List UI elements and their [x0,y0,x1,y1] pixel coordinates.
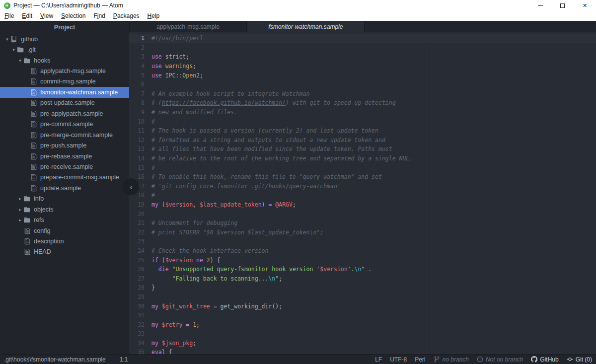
code-line-18[interactable]: 18# [129,191,596,200]
code-line-2[interactable]: 2 [129,43,596,53]
tree-item-fsmonitor-watchman-sample[interactable]: fsmonitor-watchman.sample [0,87,129,97]
code-line-25[interactable]: 25if ($version ne 2) { [129,255,596,265]
tab-fsmonitor-watchman-sample[interactable]: fsmonitor-watchman.sample [247,21,365,32]
code-line-4[interactable]: 4use warnings; [129,62,596,71]
tree-item-commit-msg-sample[interactable]: commit-msg.sample [0,76,129,87]
chevron-right-icon[interactable]: ▸ [17,207,23,212]
status-cursor-position[interactable]: 1:1 [120,356,128,363]
status-not-on-branch[interactable]: Not on branch [477,356,523,363]
status-file-path[interactable]: .git\hooks\fsmonitor-watchman.sample [4,356,106,363]
tree-item-github[interactable]: ▾github [0,34,129,44]
menu-packages[interactable]: Packages [109,11,144,21]
code-line-17[interactable]: 17# 'git config core.fsmonitor .git/hook… [129,182,596,191]
code-line-28[interactable]: 28} [129,283,596,292]
menu-view[interactable]: View [36,11,57,21]
editor-column: ‹ applypatch-msg.samplefsmonitor-watchma… [129,21,596,354]
code-line-5[interactable]: 5use IPC::Open2; [129,71,596,80]
tree-item-head[interactable]: HEAD [0,247,129,257]
code-line-34[interactable]: 34my $json_pkg; [129,339,596,348]
tree-item-hooks[interactable]: ▾hooks [0,55,129,66]
tree-item-label: config [34,227,50,234]
line-number: 6 [129,81,149,88]
chevron-down-icon[interactable]: ▾ [10,47,17,52]
code-line-16[interactable]: 16# To enable this hook, rename this fil… [129,172,596,182]
code-line-3[interactable]: 3use strict; [129,52,596,62]
tree-item-git[interactable]: ▾.git [0,44,129,55]
text-editor[interactable]: 1#!/usr/bin/perl23use strict;4use warnin… [129,32,596,354]
tree-item-update-sample[interactable]: update.sample [0,183,129,193]
status-item-label: Git (0) [576,356,592,363]
file-icon [30,78,38,85]
chevron-right-icon[interactable]: ▸ [17,218,23,222]
code-line-27[interactable]: 27 "Falling back to scanning...\n"; [129,274,596,283]
tree-item-applypatch-msg-sample[interactable]: applypatch-msg.sample [0,66,129,76]
status-github[interactable]: GitHub [531,356,558,363]
code-line-23[interactable]: 23 [129,237,596,246]
code-line-19[interactable]: 19my ($version, $last_update_token) = @A… [129,200,596,210]
tree-item-pre-receive-sample[interactable]: pre-receive.sample [0,161,129,172]
code-line-33[interactable]: 33 [129,329,596,339]
tree-item-pre-rebase-sample[interactable]: pre-rebase.sample [0,151,129,161]
tab-applypatch-msg-sample[interactable]: applypatch-msg.sample [129,21,247,32]
code-line-32[interactable]: 32my $retry = 1; [129,320,596,329]
minimize-button[interactable] [529,0,551,11]
tree-item-label: pre-merge-commit.sample [40,132,113,139]
menu-help[interactable]: Help [144,11,164,21]
status-perl[interactable]: Perl [415,356,425,363]
code-line-9[interactable]: 9# new and modified files. [129,108,596,117]
line-number: 33 [129,330,149,337]
menu-selection[interactable]: Selection [57,11,89,21]
status-lf[interactable]: LF [375,356,382,363]
menu-file[interactable]: File [0,11,18,21]
tree-item-pre-applypatch-sample[interactable]: pre-applypatch.sample [0,108,129,119]
status-item-label: GitHub [540,356,558,363]
code-line-21[interactable]: 21# Uncomment for debugging [129,218,596,228]
tree-item-info[interactable]: ▸info [0,194,129,204]
file-icon [30,110,38,117]
code-text: # 'git config core.fsmonitor .git/hooks/… [149,183,341,190]
tree-item-refs[interactable]: ▸refs [0,215,129,225]
code-line-14[interactable]: 14# be relative to the root of the worki… [129,154,596,163]
menu-edit[interactable]: Edit [18,11,36,21]
code-line-24[interactable]: 24# Check the hook interface version [129,246,596,256]
chevron-down-icon[interactable]: ▾ [4,37,10,42]
tree-item-pre-merge-commit-sample[interactable]: pre-merge-commit.sample [0,130,129,140]
tree-item-label: .git [27,46,36,53]
code-line-35[interactable]: 35eval { [129,348,596,354]
tree-item-post-update-sample[interactable]: post-update.sample [0,98,129,108]
code-line-12[interactable]: 12# formatted as a string and outputs to… [129,136,596,145]
tree-item-description[interactable]: description [0,236,129,246]
code-line-15[interactable]: 15# [129,163,596,172]
code-line-8[interactable]: 8# (https://facebook.github.io/watchman/… [129,98,596,108]
tree-view-toggle-button[interactable]: ‹ [123,178,140,195]
project-panel-header: Project [0,21,129,34]
chevron-down-icon[interactable]: ▾ [17,58,23,63]
maximize-button[interactable] [551,0,574,11]
tree-item-config[interactable]: config [0,225,129,236]
code-line-7[interactable]: 7# An example hook script to integrate W… [129,89,596,99]
code-line-11[interactable]: 11# The hook is passed a version (curren… [129,126,596,136]
tree-item-pre-commit-sample[interactable]: pre-commit.sample [0,119,129,130]
code-line-30[interactable]: 30my $git_work_tree = get_working_dir(); [129,301,596,311]
code-line-29[interactable]: 29 [129,292,596,302]
menu-find[interactable]: Find [89,11,109,21]
close-button[interactable]: ✕ [574,0,596,11]
code-line-22[interactable]: 22# print STDERR "$0 $version $last_upda… [129,227,596,237]
code-line-1[interactable]: 1#!/usr/bin/perl [129,34,596,43]
status-git-0[interactable]: Git (0) [567,356,592,363]
tab-bar: applypatch-msg.samplefsmonitor-watchman.… [129,21,596,32]
status-no-branch[interactable]: no branch [434,356,469,363]
folder-icon [17,46,25,54]
code-line-6[interactable]: 6 [129,80,596,89]
code-line-13[interactable]: 13# all files that have been modified si… [129,145,596,154]
code-line-31[interactable]: 31 [129,311,596,320]
code-line-10[interactable]: 10# [129,117,596,126]
code-line-20[interactable]: 20 [129,209,596,218]
status-utf-8[interactable]: UTF-8 [390,356,407,363]
tree-item-objects[interactable]: ▸objects [0,204,129,215]
chevron-right-icon[interactable]: ▸ [17,196,23,201]
tree-item-pre-push-sample[interactable]: pre-push.sample [0,140,129,150]
code-line-26[interactable]: 26 die "Unsupported query-fsmonitor hook… [129,265,596,274]
line-number: 5 [129,72,149,79]
tree-item-prepare-commit-msg-sample[interactable]: prepare-commit-msg.sample [0,172,129,183]
